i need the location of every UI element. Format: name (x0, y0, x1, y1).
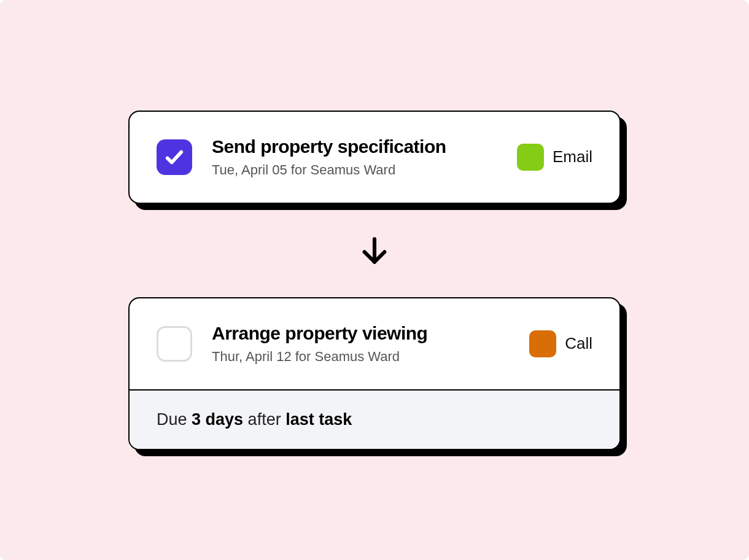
task-title: Arrange property viewing (212, 323, 510, 344)
task-card-2: Arrange property viewing Thur, April 12 … (128, 297, 621, 450)
arrow-down (357, 228, 392, 273)
canvas: Send property specification Tue, April 0… (0, 0, 749, 560)
task-row: Arrange property viewing Thur, April 12 … (130, 298, 619, 389)
due-interval: 3 days (192, 410, 243, 429)
tag-label: Call (565, 334, 592, 353)
task-tag-call[interactable]: Call (529, 330, 592, 357)
arrow-down-icon (357, 233, 392, 268)
task-row: Send property specification Tue, April 0… (130, 112, 619, 203)
check-icon (164, 147, 185, 168)
tag-swatch-email (517, 144, 544, 171)
task-subtitle: Thur, April 12 for Seamus Ward (212, 349, 510, 365)
checkbox-unchecked[interactable] (157, 326, 192, 362)
due-middle: after (243, 410, 285, 429)
task-tag-email[interactable]: Email (517, 144, 592, 171)
task-card-1: Send property specification Tue, April 0… (128, 111, 621, 204)
task-subtitle: Tue, April 05 for Seamus Ward (212, 162, 497, 178)
checkbox-checked[interactable] (157, 139, 192, 175)
tag-label: Email (553, 147, 592, 166)
task-main: Arrange property viewing Thur, April 12 … (212, 323, 510, 365)
due-anchor: last task (285, 410, 352, 429)
due-rule-row: Due 3 days after last task (130, 389, 619, 449)
task-main: Send property specification Tue, April 0… (212, 136, 497, 178)
tag-swatch-call (529, 330, 556, 357)
task-title: Send property specification (212, 136, 497, 157)
due-prefix: Due (157, 410, 192, 429)
